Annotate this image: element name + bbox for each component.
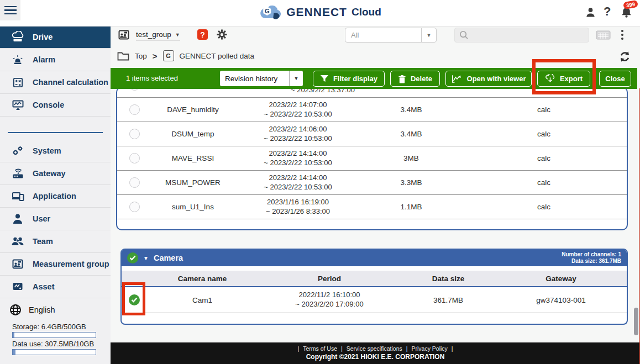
row-size: 1.1MB (361, 203, 461, 211)
breadcrumb-root[interactable]: Top (135, 52, 147, 60)
more-options-icon[interactable] (621, 30, 623, 40)
camera-name: Cam1 (147, 296, 258, 304)
refresh-icon[interactable] (618, 50, 632, 64)
camera-panel-header[interactable]: ▼ Camera Number of channels: 1 Data size… (122, 250, 627, 266)
sidebar-item-asset[interactable]: Asset (0, 276, 111, 298)
camera-panel-info: Number of channels: 1 Data size: 361.7MB (562, 251, 621, 265)
footer-copyright: Copyright ©2021 HIOKI E.E. CORPORATION (111, 353, 640, 361)
chevron-down-icon: ▼ (175, 32, 180, 38)
row-radio[interactable] (129, 202, 140, 212)
sidebar-divider (0, 117, 111, 140)
row-name: DAVE_humidity (151, 105, 234, 114)
close-button[interactable]: Close (599, 71, 631, 87)
sidebar-item-label: Alarm (33, 55, 55, 64)
keyboard-icon[interactable] (596, 30, 611, 40)
row-size: 3MB (361, 154, 461, 162)
sidebar-item-label: System (33, 146, 61, 155)
row-radio[interactable] (129, 104, 140, 115)
row-radio[interactable] (129, 153, 140, 163)
search-input[interactable] (472, 30, 589, 40)
camera-row-check-icon[interactable] (129, 294, 140, 305)
channel-table: ~ 2023/2/2 13:37:00 DAVE_humidity 2023/2… (116, 87, 628, 230)
col-period: Period (258, 275, 401, 283)
gennect-folder-icon: G (163, 50, 174, 61)
table-row[interactable]: DAVE_humidity 2023/2/2 14:07:00~ 2023/2/… (117, 98, 627, 122)
row-period: 2023/2/2 14:14:00~ 2023/2/22 10:53:00 (234, 173, 361, 192)
row-type: calc (461, 203, 627, 211)
footer-pipe: | (341, 345, 343, 352)
table-row[interactable]: MAVE_RSSI 2023/2/2 14:14:00~ 2023/2/22 1… (117, 146, 627, 171)
language-selector[interactable]: English (0, 298, 111, 321)
sidebar-item-team[interactable]: Team (0, 230, 111, 253)
sidebar-item-alarm[interactable]: Alarm (0, 49, 111, 71)
search-box[interactable] (454, 28, 589, 43)
help-badge[interactable]: ? (197, 29, 208, 40)
table-row[interactable]: MSUM_POWER 2023/2/2 14:14:00~ 2023/2/22 … (117, 171, 627, 195)
sidebar-item-user[interactable]: User (0, 208, 111, 230)
measurement-group-icon (11, 258, 24, 270)
revision-history-select[interactable]: Revision history ▼ (220, 71, 303, 86)
footer: | Terms of Use | Service specifications … (111, 342, 640, 364)
row-radio[interactable] (129, 177, 140, 188)
hamburger-menu-icon[interactable] (0, 0, 20, 20)
data-use-progress-bar (12, 349, 96, 355)
logo-text-gennect: GENNECT (286, 6, 347, 19)
camera-panel-title: Camera (154, 254, 183, 262)
export-button[interactable]: Export (537, 71, 590, 87)
row-type: calc (461, 105, 627, 114)
vertical-scrollbar-thumb[interactable] (634, 308, 638, 335)
group-selector[interactable]: test_group ▼ (136, 30, 180, 40)
row-size: 3.3MB (361, 178, 461, 187)
folder-icon (117, 51, 129, 61)
help-icon[interactable]: ? (604, 4, 611, 19)
logo-text-cloud: Cloud (352, 6, 381, 18)
gateway-router-icon (11, 167, 24, 180)
camera-panel: ▼ Camera Number of channels: 1 Data size… (120, 249, 628, 325)
settings-gear-icon[interactable] (216, 28, 228, 41)
col-camera-name: Camera name (147, 275, 258, 283)
camera-gateway: gw374103-001 (495, 296, 627, 304)
footer-pipe: | (452, 345, 453, 352)
sidebar-item-label: Measurement group (33, 260, 109, 268)
footer-pipe: | (297, 345, 299, 352)
sidebar-item-label: User (33, 214, 50, 223)
sidebar-item-application[interactable]: Application (0, 185, 111, 208)
system-gears-icon (11, 145, 24, 157)
sidebar-item-console[interactable]: Console (0, 94, 111, 117)
sidebar-item-channel-calculation[interactable]: Channel calculation (0, 71, 111, 94)
camera-row[interactable]: Cam1 2022/11/2 16:10:00~ 2023/2/20 17:09… (122, 287, 627, 313)
sidebar-item-system[interactable]: System (0, 140, 111, 162)
filter-display-button[interactable]: Filter display (313, 71, 385, 87)
user-account-icon[interactable] (585, 6, 596, 18)
channels-count: Number of channels: 1 (562, 251, 621, 257)
user-icon (11, 213, 24, 225)
delete-button[interactable]: Delete (390, 71, 440, 87)
footer-link-privacy[interactable]: Privacy Policy (411, 345, 447, 352)
sidebar-item-label: Gateway (33, 169, 66, 178)
selection-action-bar: 1 items selected Revision history ▼ Filt… (111, 68, 637, 89)
main-content: test_group ▼ ? All ▼ Top > G GENNECT pol… (111, 26, 640, 342)
sidebar-item-label: Console (33, 101, 64, 109)
camera-size: 361.7MB (401, 296, 495, 304)
search-category-select[interactable]: All ▼ (345, 28, 437, 43)
table-row[interactable]: DSUM_temp 2023/2/2 14:06:00~ 2023/2/22 1… (117, 122, 627, 146)
sidebar-item-measurement-group[interactable]: Measurement group (0, 253, 111, 276)
language-label: English (29, 305, 55, 314)
sidebar-item-drive[interactable]: Drive (0, 26, 111, 49)
camera-period: 2022/11/2 16:10:00~ 2023/2/20 17:09:00 (258, 291, 401, 309)
waveform-viewer-icon (452, 74, 463, 83)
sidebar-item-label: Team (33, 237, 53, 246)
row-name: sum_U1_Ins (151, 203, 234, 211)
footer-link-terms[interactable]: Terms of Use (303, 345, 337, 352)
row-name: MSUM_POWER (151, 178, 234, 187)
camera-group-check-icon[interactable] (127, 252, 138, 263)
sidebar-item-gateway[interactable]: Gateway (0, 162, 111, 185)
open-with-viewer-button[interactable]: Open with viewer (445, 71, 532, 87)
row-name: MAVE_RSSI (151, 154, 234, 162)
footer-link-service-specs[interactable]: Service specifications (347, 345, 402, 352)
sidebar-nav: Drive Alarm Channel calculation Console … (0, 26, 111, 364)
table-row[interactable]: sum_U1_Ins 2023/1/16 16:19:00~ 2023/1/26… (117, 195, 627, 219)
collapse-triangle-icon[interactable]: ▼ (143, 255, 149, 261)
calculator-icon (11, 77, 24, 88)
row-radio[interactable] (129, 129, 140, 139)
